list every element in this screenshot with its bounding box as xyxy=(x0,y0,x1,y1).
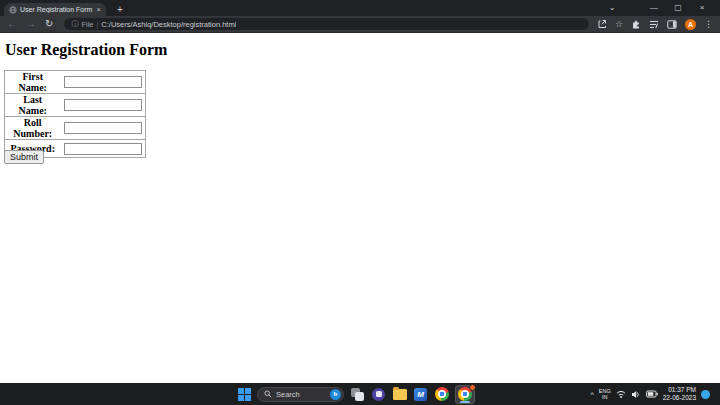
table-row: First Name: xyxy=(5,71,146,94)
search-icon xyxy=(264,390,272,398)
table-row: Roll Number: xyxy=(5,117,146,140)
task-view-icon[interactable] xyxy=(350,387,365,402)
close-icon[interactable]: × xyxy=(690,1,714,15)
file-explorer-icon[interactable] xyxy=(392,387,407,402)
screen: User Registration Form × + ⌄ — ▢ × ← → ↻… xyxy=(0,0,720,405)
maximize-icon[interactable]: ▢ xyxy=(666,1,690,15)
speaker-icon[interactable] xyxy=(631,390,641,399)
extensions-puzzle-icon[interactable] xyxy=(631,19,641,29)
url-scheme-label: File xyxy=(81,20,93,29)
first-name-label: First Name: xyxy=(5,71,61,94)
first-name-field[interactable] xyxy=(64,76,142,88)
notification-badge xyxy=(469,384,476,391)
taskbar-search[interactable]: Search b xyxy=(257,387,344,402)
active-app-indicator xyxy=(460,401,470,403)
roll-number-field[interactable] xyxy=(64,122,142,134)
browser-tab[interactable]: User Registration Form × xyxy=(4,3,106,16)
new-tab-button[interactable]: + xyxy=(114,4,126,15)
address-bar[interactable]: ⓘ File | C:/Users/Ashiq/Desktop/registra… xyxy=(64,18,589,30)
bing-icon: b xyxy=(330,389,341,400)
chrome-icon[interactable] xyxy=(434,387,449,402)
system-tray: ^ ENG IN 01:37 PM 22-06-2023 xyxy=(591,383,710,405)
url-divider: | xyxy=(96,21,98,28)
wifi-icon[interactable] xyxy=(616,390,626,399)
browser-menu-icon[interactable]: ⋮ xyxy=(704,20,713,29)
tab-close-icon[interactable]: × xyxy=(96,6,101,14)
reading-list-icon[interactable] xyxy=(649,20,659,29)
forward-icon[interactable]: → xyxy=(26,19,36,29)
language-indicator[interactable]: ENG IN xyxy=(599,388,611,401)
taskbar-center: Search b M xyxy=(238,383,475,405)
url-text: C:/Users/Ashiq/Desktop/registration.html xyxy=(101,20,236,29)
microsoft-365-icon[interactable]: M xyxy=(413,387,428,402)
side-panel-icon[interactable] xyxy=(667,20,677,29)
submit-button[interactable]: Submit xyxy=(4,150,44,164)
reload-icon[interactable]: ↻ xyxy=(45,19,53,29)
tab-search-icon[interactable]: ⌄ xyxy=(600,1,624,15)
browser-tab-strip: User Registration Form × + ⌄ — ▢ × xyxy=(0,0,720,16)
profile-avatar[interactable]: A xyxy=(685,19,696,30)
page-info-icon[interactable]: ⓘ xyxy=(71,19,78,29)
battery-icon[interactable] xyxy=(646,390,658,398)
notification-center-badge[interactable] xyxy=(701,390,710,399)
taskbar: Search b M ^ xyxy=(0,383,720,405)
last-name-label: Last Name: xyxy=(5,94,61,117)
registration-form-table: First Name: Last Name: Roll Number: Pass… xyxy=(4,70,146,158)
table-row: Last Name: xyxy=(5,94,146,117)
page-content: User Registration Form First Name: Last … xyxy=(0,33,720,383)
tray-date: 22-06-2023 xyxy=(663,394,696,402)
chrome-active-icon[interactable] xyxy=(455,385,475,404)
password-field[interactable] xyxy=(64,143,142,155)
teams-icon[interactable] xyxy=(371,387,386,402)
toolbar-right-icons: ☆ A ⋮ xyxy=(597,19,713,30)
tray-time: 01:37 PM xyxy=(663,386,696,394)
window-controls: ⌄ — ▢ × xyxy=(600,1,714,15)
globe-favicon-icon xyxy=(9,6,17,14)
tab-title: User Registration Form xyxy=(20,6,93,13)
bookmark-star-icon[interactable]: ☆ xyxy=(615,20,623,29)
back-icon[interactable]: ← xyxy=(7,19,17,29)
page-title: User Registration Form xyxy=(5,41,167,59)
clock[interactable]: 01:37 PM 22-06-2023 xyxy=(663,386,696,403)
roll-number-label: Roll Number: xyxy=(5,117,61,140)
tray-chevron-icon[interactable]: ^ xyxy=(591,391,594,398)
browser-toolbar: ← → ↻ ⓘ File | C:/Users/Ashiq/Desktop/re… xyxy=(0,16,720,33)
minimize-icon[interactable]: — xyxy=(642,1,666,15)
start-button-icon[interactable] xyxy=(238,388,251,401)
search-label: Search xyxy=(276,390,326,399)
last-name-field[interactable] xyxy=(64,99,142,111)
share-icon[interactable] xyxy=(597,19,607,29)
